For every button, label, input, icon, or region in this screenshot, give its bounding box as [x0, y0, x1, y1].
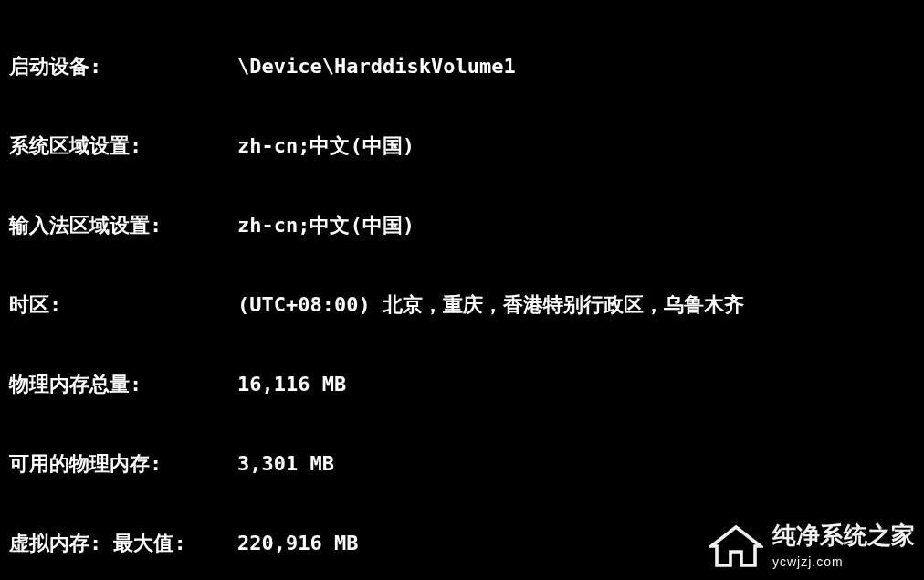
info-value: zh-cn;中文(中国) [237, 212, 915, 238]
info-label: 启动设备: [9, 53, 237, 79]
watermark-url: ycwjzj.com [772, 549, 915, 575]
info-label: 时区: [9, 291, 237, 318]
info-value: \Device\HarddiskVolume1 [237, 53, 915, 79]
watermark-title: 纯净系统之家 [772, 522, 915, 549]
terminal-output: 启动设备: \Device\HarddiskVolume1 系统区域设置: zh… [9, 0, 915, 580]
info-row: 系统区域设置: zh-cn;中文(中国) [9, 132, 915, 159]
watermark: 纯净系统之家 ycwjzj.com [709, 522, 915, 575]
info-row: 物理内存总量: 16,116 MB [9, 371, 915, 397]
watermark-text-block: 纯净系统之家 ycwjzj.com [772, 522, 915, 575]
info-value: 3,301 MB [237, 450, 915, 477]
house-icon [709, 523, 763, 575]
info-label: 可用的物理内存: [9, 450, 237, 477]
info-value: 16,116 MB [237, 371, 915, 397]
info-row: 时区: (UTC+08:00) 北京，重庆，香港特别行政区，乌鲁木齐 [9, 291, 915, 318]
info-row: 启动设备: \Device\HarddiskVolume1 [9, 53, 915, 79]
info-row: 输入法区域设置: zh-cn;中文(中国) [9, 212, 915, 238]
info-label: 虚拟内存: 最大值: [9, 530, 237, 556]
info-row: 可用的物理内存: 3,301 MB [9, 450, 915, 477]
info-label: 系统区域设置: [9, 132, 237, 159]
info-value: (UTC+08:00) 北京，重庆，香港特别行政区，乌鲁木齐 [237, 291, 915, 318]
info-value: zh-cn;中文(中国) [237, 132, 915, 159]
info-label: 输入法区域设置: [9, 212, 237, 238]
info-label: 物理内存总量: [9, 371, 237, 397]
